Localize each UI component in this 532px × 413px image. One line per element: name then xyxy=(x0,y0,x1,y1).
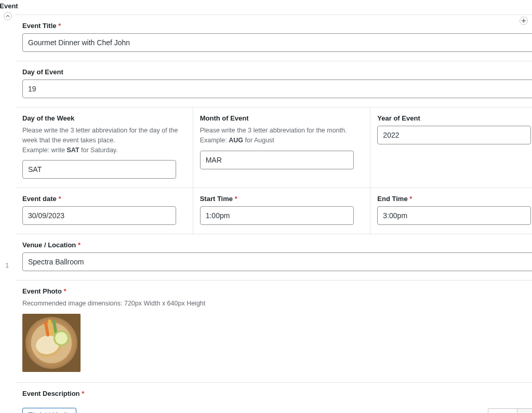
day-of-event-input[interactable] xyxy=(22,79,532,98)
start-time-input[interactable] xyxy=(200,206,354,225)
day-of-week-instructions: Please write the 3 letter abbreviation f… xyxy=(22,126,186,155)
food-plate-icon xyxy=(25,317,77,369)
event-photo-label: Event Photo * xyxy=(22,287,532,295)
event-title-label: Event Title * xyxy=(22,22,532,30)
chevron-up-icon xyxy=(6,14,10,18)
tab-text[interactable]: Text xyxy=(517,409,532,413)
add-media-button[interactable]: Add Media xyxy=(22,408,76,413)
day-of-week-label: Day of the Week xyxy=(22,114,186,122)
event-photo-instructions: Recommended image dimensions: 720px Widt… xyxy=(22,299,532,309)
editor-tabs: Visual Text xyxy=(488,408,532,413)
end-time-label: End Time * xyxy=(377,195,532,203)
day-of-event-label: Day of Event xyxy=(22,68,532,76)
end-time-input[interactable] xyxy=(377,206,531,225)
month-input[interactable] xyxy=(200,151,354,169)
reorder-handle[interactable] xyxy=(4,12,12,20)
event-description-label: Event Description * xyxy=(22,390,532,397)
day-of-week-input[interactable] xyxy=(22,160,176,179)
venue-label: Venue / Location * xyxy=(22,241,532,249)
tab-visual[interactable]: Visual xyxy=(488,409,517,413)
event-date-label: Event date * xyxy=(22,195,186,203)
month-label: Month of Event xyxy=(200,114,364,122)
row-index: 1 xyxy=(5,261,9,269)
media-icon xyxy=(28,411,35,414)
month-instructions: Please write the 3 letter abbreviation f… xyxy=(200,126,364,145)
venue-input[interactable] xyxy=(22,252,532,271)
event-photo-thumbnail[interactable] xyxy=(22,314,81,372)
section-title: Event xyxy=(0,0,18,10)
event-date-input[interactable] xyxy=(22,206,176,225)
event-title-input[interactable] xyxy=(22,33,532,52)
year-input[interactable] xyxy=(377,126,531,144)
start-time-label: Start Time * xyxy=(200,195,364,203)
year-label: Year of Event xyxy=(377,114,532,122)
